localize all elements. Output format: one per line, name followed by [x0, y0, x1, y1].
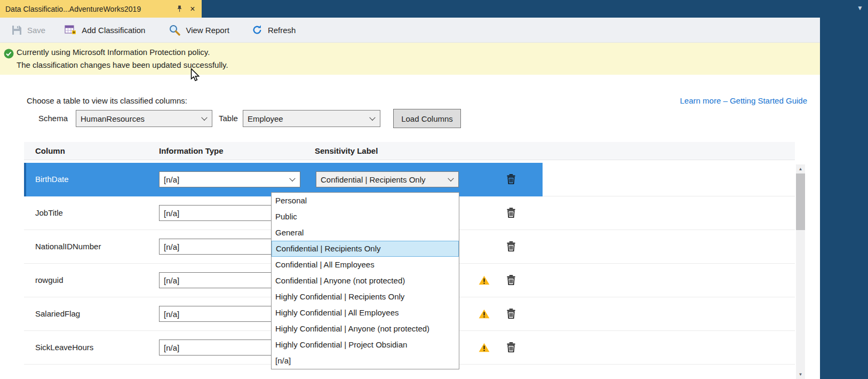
document-well-dropdown-icon[interactable]: ▼	[857, 4, 863, 12]
information-type-value: [n/a]	[164, 209, 179, 218]
document-tab[interactable]: Data Classificatio...AdventureWorks2019 …	[0, 0, 202, 18]
column-name: JobTitle	[35, 208, 63, 217]
information-type-value: [n/a]	[164, 343, 179, 352]
magnifier-icon	[169, 24, 180, 36]
success-check-icon	[4, 49, 14, 59]
table-row-birthdate[interactable]: BirthDate [n/a] Confidential | Recipient…	[24, 163, 795, 196]
schema-dropdown-value: HumanResources	[81, 114, 145, 123]
scrollbar-thumb[interactable]	[796, 173, 805, 230]
banner-line-1: Currently using Microsoft Information Pr…	[17, 48, 210, 57]
chevron-down-icon	[289, 176, 295, 181]
dropdown-option[interactable]: [n/a]	[272, 353, 459, 369]
load-columns-button[interactable]: Load Columns	[393, 109, 461, 128]
information-type-value: [n/a]	[164, 242, 179, 251]
choose-table-label: Choose a table to view its classified co…	[27, 96, 187, 105]
tab-bar: Data Classificatio...AdventureWorks2019 …	[0, 0, 868, 18]
scroll-up-icon[interactable]: ▲	[796, 164, 805, 173]
refresh-label: Refresh	[268, 26, 296, 35]
warning-icon	[479, 343, 490, 352]
data-classification-document: Save Add Classification View Report Refr…	[0, 18, 820, 379]
pin-icon[interactable]	[174, 4, 184, 14]
delete-classification-icon[interactable]	[507, 208, 515, 218]
column-name: BirthDate	[35, 175, 69, 184]
save-label: Save	[27, 26, 45, 35]
save-button[interactable]: Save	[6, 22, 51, 38]
delete-classification-icon[interactable]	[507, 174, 515, 184]
refresh-icon	[252, 25, 262, 35]
delete-classification-icon[interactable]	[507, 275, 515, 285]
dropdown-option[interactable]: Highly Confidential | Recipients Only	[272, 289, 459, 305]
dropdown-option[interactable]: Confidential | All Employees	[272, 257, 459, 273]
delete-classification-icon[interactable]	[507, 342, 515, 352]
dropdown-option[interactable]: Confidential | Anyone (not protected)	[272, 273, 459, 289]
information-type-value: [n/a]	[164, 276, 179, 285]
column-name: NationalIDNumber	[35, 242, 101, 251]
sensitivity-label-dropdown-list: Personal Public General Confidential | R…	[271, 192, 459, 369]
refresh-button[interactable]: Refresh	[246, 21, 301, 38]
vertical-scrollbar[interactable]: ▲ ▼	[796, 164, 805, 379]
view-report-button[interactable]: View Report	[163, 21, 234, 39]
learn-more-link[interactable]: Learn more – Getting Started Guide	[680, 96, 807, 105]
add-classification-label: Add Classification	[82, 26, 145, 35]
table-dropdown-value: Employee	[248, 114, 283, 123]
information-type-value: [n/a]	[164, 175, 179, 184]
view-report-label: View Report	[186, 26, 229, 35]
dropdown-option[interactable]: Highly Confidential | Project Obsidian	[272, 337, 459, 353]
toolbar: Save Add Classification View Report Refr…	[0, 18, 820, 43]
policy-info-banner: Currently using Microsoft Information Pr…	[0, 43, 820, 75]
header-sensitivity-label: Sensitivity Label	[315, 146, 378, 155]
dropdown-option[interactable]: General	[272, 225, 459, 241]
sensitivity-label-dropdown[interactable]: Confidential | Recipients Only	[316, 171, 459, 187]
add-classification-button[interactable]: Add Classification	[59, 21, 150, 38]
information-type-dropdown[interactable]: [n/a]	[159, 171, 300, 187]
dropdown-option[interactable]: Highly Confidential | All Employees	[272, 305, 459, 321]
banner-line-2: The classification changes have been upd…	[17, 60, 228, 69]
chevron-down-icon	[448, 176, 453, 181]
column-name: SickLeaveHours	[35, 343, 93, 352]
header-column: Column	[35, 146, 65, 155]
sensitivity-label-value: Confidential | Recipients Only	[321, 175, 426, 184]
dropdown-option[interactable]: Highly Confidential | Anyone (not protec…	[272, 321, 459, 337]
column-name: SalariedFlag	[35, 309, 80, 318]
column-name: rowguid	[35, 275, 63, 285]
grid-header: Column Information Type Sensitivity Labe…	[24, 142, 795, 160]
save-icon	[12, 25, 22, 35]
warning-icon	[479, 309, 490, 319]
delete-classification-icon[interactable]	[507, 241, 515, 251]
dropdown-option[interactable]: Personal	[272, 193, 459, 209]
close-icon[interactable]: ×	[188, 4, 197, 14]
add-classification-icon	[65, 25, 76, 35]
dropdown-option[interactable]: Public	[272, 209, 459, 225]
chevron-down-icon	[201, 115, 207, 121]
tab-title: Data Classificatio...AdventureWorks2019	[5, 5, 171, 13]
information-type-value: [n/a]	[164, 310, 179, 319]
warning-icon	[479, 275, 490, 285]
dropdown-option-highlighted[interactable]: Confidential | Recipients Only	[272, 241, 459, 257]
schema-label: Schema	[38, 110, 68, 127]
chevron-down-icon	[369, 115, 375, 121]
table-dropdown[interactable]: Employee	[243, 110, 380, 127]
table-label: Table	[219, 110, 238, 127]
schema-dropdown[interactable]: HumanResources	[76, 110, 212, 127]
delete-classification-icon[interactable]	[507, 309, 515, 319]
scroll-down-icon[interactable]: ▼	[796, 370, 805, 379]
header-information-type: Information Type	[159, 146, 224, 155]
